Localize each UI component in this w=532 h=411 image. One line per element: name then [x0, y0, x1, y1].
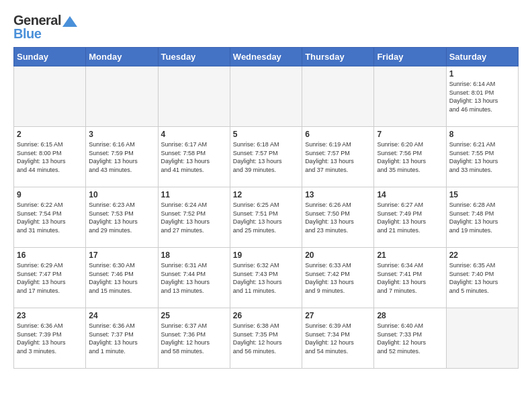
day-info: Sunrise: 6:23 AM Sunset: 7:53 PM Dayligh… [89, 201, 154, 234]
calendar-day-cell: 23Sunrise: 6:36 AM Sunset: 7:39 PM Dayli… [14, 308, 86, 369]
day-info: Sunrise: 6:36 AM Sunset: 7:39 PM Dayligh… [17, 322, 83, 355]
calendar-day-cell: 26Sunrise: 6:38 AM Sunset: 7:35 PM Dayli… [230, 308, 302, 369]
day-number: 18 [161, 250, 227, 260]
day-info: Sunrise: 6:35 AM Sunset: 7:40 PM Dayligh… [449, 261, 515, 295]
weekday-header-friday: Friday [374, 48, 446, 66]
day-info: Sunrise: 6:15 AM Sunset: 8:00 PM Dayligh… [17, 140, 83, 174]
day-number: 24 [89, 311, 154, 320]
calendar-day-cell: 5Sunrise: 6:18 AM Sunset: 7:57 PM Daylig… [230, 127, 302, 187]
day-number: 12 [233, 190, 299, 199]
day-info: Sunrise: 6:21 AM Sunset: 7:55 PM Dayligh… [449, 140, 515, 174]
logo: General Blue [13, 13, 77, 40]
svg-marker-0 [62, 16, 77, 27]
day-info: Sunrise: 6:27 AM Sunset: 7:49 PM Dayligh… [377, 201, 443, 234]
calendar-day-cell: 9Sunrise: 6:22 AM Sunset: 7:54 PM Daylig… [14, 187, 86, 248]
weekday-header-sunday: Sunday [14, 48, 86, 66]
weekday-header-thursday: Thursday [302, 48, 374, 66]
day-info: Sunrise: 6:29 AM Sunset: 7:47 PM Dayligh… [17, 261, 83, 295]
calendar-day-cell: 20Sunrise: 6:33 AM Sunset: 7:42 PM Dayli… [302, 248, 374, 308]
calendar-day-cell: 12Sunrise: 6:25 AM Sunset: 7:51 PM Dayli… [230, 187, 302, 248]
day-number: 11 [161, 190, 227, 199]
day-number: 8 [449, 130, 515, 139]
calendar-day-cell: 11Sunrise: 6:24 AM Sunset: 7:52 PM Dayli… [158, 187, 230, 248]
day-number: 9 [17, 190, 83, 199]
calendar-week-row: 16Sunrise: 6:29 AM Sunset: 7:47 PM Dayli… [14, 248, 519, 308]
day-number: 15 [449, 190, 515, 199]
day-info: Sunrise: 6:26 AM Sunset: 7:50 PM Dayligh… [305, 201, 371, 234]
day-number: 28 [377, 311, 443, 320]
calendar-table: SundayMondayTuesdayWednesdayThursdayFrid… [13, 47, 519, 369]
calendar-day-cell: 1Sunrise: 6:14 AM Sunset: 8:01 PM Daylig… [446, 66, 518, 127]
weekday-header-tuesday: Tuesday [158, 48, 230, 66]
day-info: Sunrise: 6:32 AM Sunset: 7:43 PM Dayligh… [233, 261, 299, 295]
calendar-day-cell: 8Sunrise: 6:21 AM Sunset: 7:55 PM Daylig… [446, 127, 518, 187]
day-number: 6 [305, 130, 371, 139]
day-info: Sunrise: 6:40 AM Sunset: 7:33 PM Dayligh… [377, 322, 443, 355]
day-number: 16 [17, 250, 83, 260]
calendar-day-cell [14, 66, 86, 127]
calendar-day-cell: 18Sunrise: 6:31 AM Sunset: 7:44 PM Dayli… [158, 248, 230, 308]
day-number: 22 [449, 250, 515, 260]
weekday-header-saturday: Saturday [446, 48, 518, 66]
calendar-day-cell [302, 66, 374, 127]
day-info: Sunrise: 6:28 AM Sunset: 7:48 PM Dayligh… [449, 201, 515, 234]
day-number: 5 [233, 130, 299, 139]
calendar-day-cell: 24Sunrise: 6:36 AM Sunset: 7:37 PM Dayli… [86, 308, 158, 369]
calendar-day-cell: 21Sunrise: 6:34 AM Sunset: 7:41 PM Dayli… [374, 248, 446, 308]
day-info: Sunrise: 6:38 AM Sunset: 7:35 PM Dayligh… [233, 322, 299, 355]
day-info: Sunrise: 6:37 AM Sunset: 7:36 PM Dayligh… [161, 322, 227, 355]
day-info: Sunrise: 6:17 AM Sunset: 7:58 PM Dayligh… [161, 140, 227, 174]
calendar-week-row: 2Sunrise: 6:15 AM Sunset: 8:00 PM Daylig… [14, 127, 519, 187]
day-number: 10 [89, 190, 154, 199]
day-number: 21 [377, 250, 443, 260]
day-number: 25 [161, 311, 227, 320]
calendar-week-row: 9Sunrise: 6:22 AM Sunset: 7:54 PM Daylig… [14, 187, 519, 248]
calendar-day-cell: 3Sunrise: 6:16 AM Sunset: 7:59 PM Daylig… [86, 127, 158, 187]
day-number: 27 [305, 311, 371, 320]
day-number: 7 [377, 130, 443, 139]
logo-icon [62, 16, 77, 27]
day-info: Sunrise: 6:24 AM Sunset: 7:52 PM Dayligh… [161, 201, 227, 234]
day-number: 3 [89, 130, 154, 139]
day-number: 1 [449, 69, 515, 79]
calendar-day-cell: 19Sunrise: 6:32 AM Sunset: 7:43 PM Dayli… [230, 248, 302, 308]
day-info: Sunrise: 6:19 AM Sunset: 7:57 PM Dayligh… [305, 140, 371, 174]
day-info: Sunrise: 6:20 AM Sunset: 7:56 PM Dayligh… [377, 140, 443, 174]
day-number: 17 [89, 250, 154, 260]
calendar-week-row: 1Sunrise: 6:14 AM Sunset: 8:01 PM Daylig… [14, 66, 519, 127]
day-number: 4 [161, 130, 227, 139]
weekday-header-wednesday: Wednesday [230, 48, 302, 66]
calendar-day-cell: 25Sunrise: 6:37 AM Sunset: 7:36 PM Dayli… [158, 308, 230, 369]
calendar-day-cell: 15Sunrise: 6:28 AM Sunset: 7:48 PM Dayli… [446, 187, 518, 248]
day-info: Sunrise: 6:25 AM Sunset: 7:51 PM Dayligh… [233, 201, 299, 234]
day-info: Sunrise: 6:14 AM Sunset: 8:01 PM Dayligh… [449, 80, 515, 113]
day-info: Sunrise: 6:31 AM Sunset: 7:44 PM Dayligh… [161, 261, 227, 295]
calendar-day-cell: 10Sunrise: 6:23 AM Sunset: 7:53 PM Dayli… [86, 187, 158, 248]
day-info: Sunrise: 6:39 AM Sunset: 7:34 PM Dayligh… [305, 322, 371, 355]
calendar-day-cell: 6Sunrise: 6:19 AM Sunset: 7:57 PM Daylig… [302, 127, 374, 187]
day-number: 23 [17, 311, 83, 320]
calendar-day-cell: 22Sunrise: 6:35 AM Sunset: 7:40 PM Dayli… [446, 248, 518, 308]
calendar-day-cell: 7Sunrise: 6:20 AM Sunset: 7:56 PM Daylig… [374, 127, 446, 187]
calendar-day-cell: 27Sunrise: 6:39 AM Sunset: 7:34 PM Dayli… [302, 308, 374, 369]
day-info: Sunrise: 6:30 AM Sunset: 7:46 PM Dayligh… [89, 261, 154, 295]
day-info: Sunrise: 6:33 AM Sunset: 7:42 PM Dayligh… [305, 261, 371, 295]
calendar-day-cell [230, 66, 302, 127]
page-header: General Blue [13, 13, 519, 40]
calendar-day-cell: 16Sunrise: 6:29 AM Sunset: 7:47 PM Dayli… [14, 248, 86, 308]
weekday-header-monday: Monday [86, 48, 158, 66]
day-info: Sunrise: 6:18 AM Sunset: 7:57 PM Dayligh… [233, 140, 299, 174]
calendar-day-cell [158, 66, 230, 127]
logo-blue: Blue [13, 27, 77, 40]
calendar-day-cell: 28Sunrise: 6:40 AM Sunset: 7:33 PM Dayli… [374, 308, 446, 369]
day-number: 2 [17, 130, 83, 139]
calendar-day-cell [374, 66, 446, 127]
calendar-day-cell: 4Sunrise: 6:17 AM Sunset: 7:58 PM Daylig… [158, 127, 230, 187]
day-info: Sunrise: 6:16 AM Sunset: 7:59 PM Dayligh… [89, 140, 154, 174]
weekday-header-row: SundayMondayTuesdayWednesdayThursdayFrid… [14, 48, 519, 66]
calendar-day-cell: 17Sunrise: 6:30 AM Sunset: 7:46 PM Dayli… [86, 248, 158, 308]
calendar-week-row: 23Sunrise: 6:36 AM Sunset: 7:39 PM Dayli… [14, 308, 519, 369]
day-number: 26 [233, 311, 299, 320]
day-info: Sunrise: 6:22 AM Sunset: 7:54 PM Dayligh… [17, 201, 83, 234]
day-number: 13 [305, 190, 371, 199]
